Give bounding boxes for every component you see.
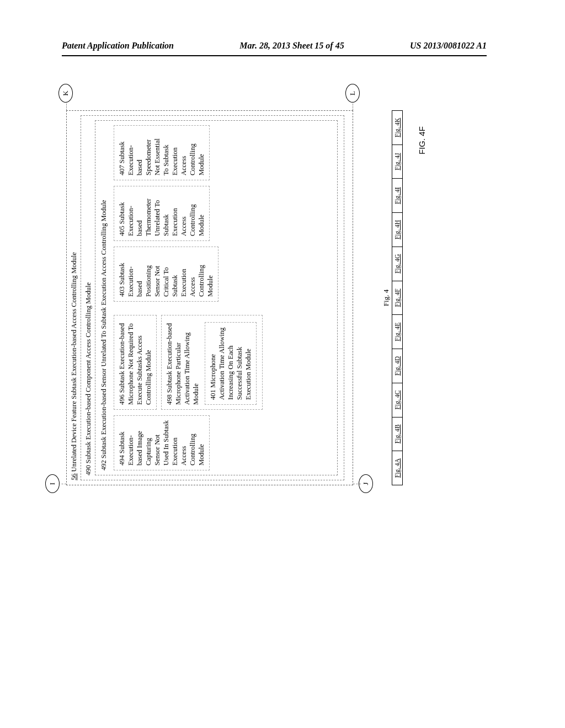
module-496: 496 Subtask Execution-based Microphone N…: [114, 315, 157, 410]
module-490-title: 490 Subtask Execution-based Component Ac…: [84, 120, 93, 475]
dash-k: [66, 101, 67, 110]
fig-4i: Fig. 4I: [392, 178, 402, 212]
diagram: I J K L 56 Unrelated Device Feature Subt…: [66, 99, 475, 485]
module-403: 403 Subtask Execution-based Positioning …: [114, 247, 218, 302]
module-407: 407 Subtask Execution-based Speedometer …: [114, 125, 210, 180]
module-56: 56 Unrelated Device Feature Subtask Exec…: [66, 110, 353, 485]
header-center: Mar. 28, 2013 Sheet 15 of 45: [239, 41, 344, 51]
module-492: 492 Subtask Execution-based Sensor Unrel…: [95, 120, 338, 475]
fig-4c: Fig. 4C: [392, 383, 402, 417]
fig-4d: Fig. 4D: [392, 349, 402, 383]
dash-l: [353, 101, 353, 110]
module-490: 490 Subtask Execution-based Component Ac…: [81, 115, 344, 480]
fig-4e: Fig. 4E: [392, 314, 402, 349]
fig-4k: Fig. 4K: [392, 111, 402, 144]
module-496-col: 496 Subtask Execution-based Microphone N…: [114, 307, 263, 410]
connector-k: K: [58, 84, 73, 103]
module-498-title: 498 Subtask Execution-based Microphone P…: [165, 320, 200, 405]
fig-4h: Fig. 4H: [392, 212, 402, 247]
dash-j: [353, 484, 361, 484]
connector-l: L: [345, 84, 360, 103]
fig-4f: Fig. 4F: [392, 281, 402, 315]
module-498: 498 Subtask Execution-based Microphone P…: [161, 315, 263, 410]
module-56-title: 56 Unrelated Device Feature Subtask Exec…: [70, 115, 78, 480]
fig-4a: Fig. 4A: [392, 451, 402, 485]
module-494: 494 Subtask Execution-based Image Captur…: [114, 415, 210, 470]
figure-key-strip: Fig. 4A Fig. 4B Fig. 4C Fig. 4D Fig. 4E …: [392, 110, 403, 485]
module-401: 401 Microphone Activation Time Allowing …: [205, 322, 257, 405]
fig-4j: Fig. 4J: [392, 144, 402, 179]
figure-caption: FIG. 4F: [417, 126, 427, 154]
module-405: 405 Subtask Execution-based Thermometer …: [114, 186, 210, 241]
header-right: US 2013/0081022 A1: [410, 41, 487, 51]
figure-key: Fig. 4 Fig. 4A Fig. 4B Fig. 4C Fig. 4D F…: [382, 110, 403, 485]
page: Patent Application Publication Mar. 28, …: [0, 0, 565, 728]
connector-i: I: [45, 474, 60, 493]
module-row: 494 Subtask Execution-based Image Captur…: [114, 125, 263, 470]
fig-4b: Fig. 4B: [392, 417, 402, 451]
dash-i: [58, 484, 66, 484]
header-left: Patent Application Publication: [62, 41, 174, 51]
page-header: Patent Application Publication Mar. 28, …: [62, 41, 487, 51]
figure-key-label: Fig. 4: [382, 110, 391, 485]
module-492-title: 492 Subtask Execution-based Sensor Unrel…: [100, 125, 108, 470]
header-rule: [62, 55, 487, 56]
fig-4g: Fig. 4G: [392, 247, 402, 281]
